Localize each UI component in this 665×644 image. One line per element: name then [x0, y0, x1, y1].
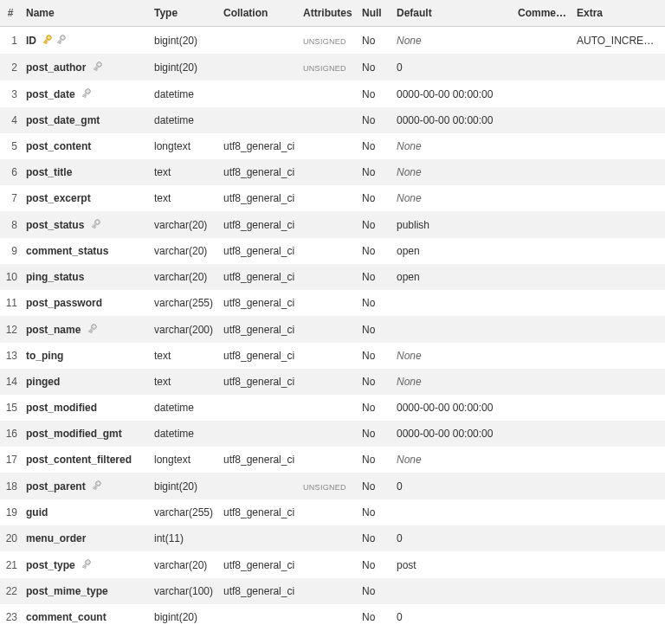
column-comments	[514, 133, 573, 159]
column-name-cell[interactable]: guid	[23, 499, 151, 525]
header-default[interactable]: Default	[393, 0, 514, 27]
column-name-cell[interactable]: post_title	[23, 159, 151, 185]
table-row[interactable]: 9comment_status varchar(20)utf8_general_…	[0, 238, 665, 264]
column-default: 0000-00-00 00:00:00	[393, 421, 514, 447]
column-extra	[573, 447, 665, 473]
column-name-cell[interactable]: post_name	[23, 316, 151, 343]
column-name-cell[interactable]: post_author	[23, 54, 151, 80]
column-type: int(11)	[151, 525, 220, 551]
column-type: datetime	[151, 395, 220, 421]
table-row[interactable]: 23comment_count bigint(20)No0	[0, 604, 665, 630]
column-attributes	[300, 421, 358, 447]
table-row[interactable]: 13to_ping textutf8_general_ciNoNone	[0, 343, 665, 369]
table-row[interactable]: 5post_content longtextutf8_general_ciNoN…	[0, 133, 665, 159]
table-row[interactable]: 18post_parent bigint(20)UNSIGNEDNo0	[0, 473, 665, 499]
column-default: publish	[393, 211, 514, 238]
svg-rect-8	[60, 41, 61, 42]
svg-rect-13	[96, 68, 98, 69]
table-row[interactable]: 15post_modified datetimeNo0000-00-00 00:…	[0, 395, 665, 421]
column-collation	[220, 421, 300, 447]
column-null: No	[358, 343, 393, 369]
table-row[interactable]: 20menu_order int(11)No0	[0, 525, 665, 551]
column-collation: utf8_general_ci	[220, 578, 300, 604]
column-extra	[573, 395, 665, 421]
header-extra[interactable]: Extra	[573, 0, 665, 27]
column-null: No	[358, 159, 393, 185]
column-type: longtext	[151, 133, 220, 159]
row-number: 4	[0, 107, 23, 133]
column-name-cell[interactable]: post_parent	[23, 473, 151, 499]
table-row[interactable]: 12post_name varchar(200)utf8_general_ciN…	[0, 316, 665, 343]
column-collation	[220, 54, 300, 80]
table-row[interactable]: 4post_date_gmt datetimeNo0000-00-00 00:0…	[0, 107, 665, 133]
column-type: varchar(255)	[151, 499, 220, 525]
column-name-cell[interactable]: menu_order	[23, 525, 151, 551]
index-key-icon	[86, 323, 98, 335]
column-extra	[573, 343, 665, 369]
column-type: varchar(100)	[151, 578, 220, 604]
column-name-cell[interactable]: post_mime_type	[23, 578, 151, 604]
table-row[interactable]: 16post_modified_gmt datetimeNo0000-00-00…	[0, 421, 665, 447]
column-null: No	[358, 238, 393, 264]
column-name-cell[interactable]: post_status	[23, 211, 151, 238]
column-name-cell[interactable]: post_content_filtered	[23, 447, 151, 473]
column-name: ping_status	[26, 271, 84, 283]
column-collation	[220, 525, 300, 551]
column-extra	[573, 473, 665, 499]
column-name-cell[interactable]: pinged	[23, 369, 151, 395]
column-name-cell[interactable]: comment_status	[23, 238, 151, 264]
column-name: post_content_filtered	[26, 454, 132, 466]
header-attributes[interactable]: Attributes	[300, 0, 358, 27]
column-name: post_content	[26, 140, 91, 152]
column-name-cell[interactable]: ping_status	[23, 264, 151, 290]
header-null[interactable]: Null	[358, 0, 393, 27]
column-name-cell[interactable]: post_password	[23, 290, 151, 316]
table-row[interactable]: 11post_password varchar(255)utf8_general…	[0, 290, 665, 316]
column-name-cell[interactable]: post_modified	[23, 395, 151, 421]
column-name: to_ping	[26, 350, 63, 362]
column-name-cell[interactable]: post_excerpt	[23, 185, 151, 211]
column-attributes	[300, 133, 358, 159]
header-name[interactable]: Name	[23, 0, 151, 27]
table-row[interactable]: 14pinged textutf8_general_ciNoNone	[0, 369, 665, 395]
column-attributes	[300, 107, 358, 133]
table-row[interactable]: 2post_author bigint(20)UNSIGNEDNo0	[0, 54, 665, 80]
column-name-cell[interactable]: ID	[23, 27, 151, 55]
column-name-cell[interactable]: comment_count	[23, 604, 151, 630]
header-num[interactable]: #	[0, 0, 23, 27]
column-type: text	[151, 185, 220, 211]
column-collation: utf8_general_ci	[220, 238, 300, 264]
table-row[interactable]: 22post_mime_type varchar(100)utf8_genera…	[0, 578, 665, 604]
column-default: 0	[393, 473, 514, 499]
column-name-cell[interactable]: post_content	[23, 133, 151, 159]
column-collation: utf8_general_ci	[220, 316, 300, 343]
header-type[interactable]: Type	[151, 0, 220, 27]
column-comments	[514, 525, 573, 551]
table-row[interactable]: 1ID bigint(20)UNSIGNEDNoNoneAUTO_INCREME…	[0, 27, 665, 55]
column-default: 0000-00-00 00:00:00	[393, 107, 514, 133]
column-comments	[514, 578, 573, 604]
column-collation	[220, 604, 300, 630]
column-name-cell[interactable]: post_type	[23, 551, 151, 578]
column-name-cell[interactable]: post_date	[23, 80, 151, 107]
column-name: post_name	[26, 324, 81, 336]
column-null: No	[358, 421, 393, 447]
table-row[interactable]: 8post_status varchar(20)utf8_general_ciN…	[0, 211, 665, 238]
column-name-cell[interactable]: to_ping	[23, 343, 151, 369]
table-row[interactable]: 19guid varchar(255)utf8_general_ciNo	[0, 499, 665, 525]
column-null: No	[358, 133, 393, 159]
table-row[interactable]: 7post_excerpt textutf8_general_ciNoNone	[0, 185, 665, 211]
table-row[interactable]: 10ping_status varchar(20)utf8_general_ci…	[0, 264, 665, 290]
column-name-cell[interactable]: post_modified_gmt	[23, 421, 151, 447]
header-collation[interactable]: Collation	[220, 0, 300, 27]
table-row[interactable]: 6post_title textutf8_general_ciNoNone	[0, 159, 665, 185]
table-row[interactable]: 21post_type varchar(20)utf8_general_ciNo…	[0, 551, 665, 578]
table-row[interactable]: 3post_date datetimeNo0000-00-00 00:00:00	[0, 80, 665, 107]
column-extra	[573, 133, 665, 159]
row-number: 15	[0, 395, 23, 421]
column-name-cell[interactable]: post_date_gmt	[23, 107, 151, 133]
header-comments[interactable]: Comments	[514, 0, 573, 27]
column-name: post_status	[26, 219, 84, 231]
table-row[interactable]: 17post_content_filtered longtextutf8_gen…	[0, 447, 665, 473]
row-number: 23	[0, 604, 23, 630]
